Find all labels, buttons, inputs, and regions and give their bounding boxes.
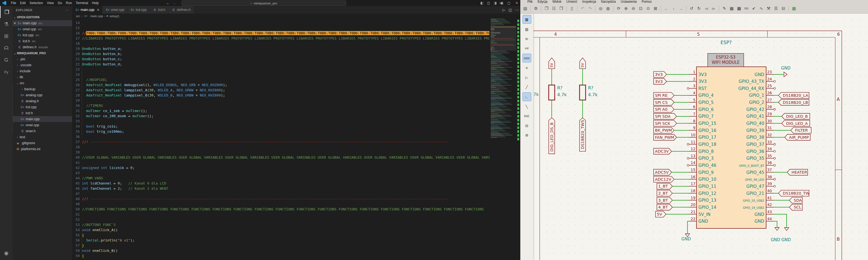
tree-item-onwi.h[interactable]: Conwi.h <box>12 128 72 134</box>
units-mm-icon[interactable]: mm <box>523 54 531 63</box>
explorer-icon[interactable]: ❐ <box>0 6 13 18</box>
paste-icon[interactable]: ▯ <box>569 5 575 12</box>
tree-item-.pio[interactable]: ›.pio <box>12 56 72 62</box>
gnd-symbol[interactable] <box>784 228 789 230</box>
kicad-menu-ustawienia[interactable]: Ustawienia <box>621 0 637 4</box>
wire[interactable] <box>774 221 777 227</box>
edit-symbol-icon[interactable]: ✎ <box>721 5 727 12</box>
save-icon[interactable]: ▤ <box>522 5 528 12</box>
simulator-icon[interactable]: ∿ <box>758 5 765 12</box>
close-button[interactable]: ✕ <box>516 1 518 5</box>
nav-left-icon[interactable]: ← <box>663 5 670 12</box>
explorer-more-icon[interactable]: ⋯ <box>66 8 69 12</box>
close-icon[interactable]: ✕ <box>97 8 99 12</box>
tab-lcd.cpp[interactable]: C+lcd.cpp <box>127 6 150 14</box>
breadcrumb-symbol[interactable]: setup() <box>110 14 119 18</box>
breadcrumb-file[interactable]: main.cpp <box>90 14 103 18</box>
zoom-objects-icon[interactable]: ⊙ <box>645 5 651 12</box>
more-actions-icon[interactable]: ⋯ <box>515 8 519 12</box>
command-center-search[interactable]: ⌕ miniquarium_pro <box>182 1 346 6</box>
tree-item-analog.h[interactable]: Canalog.h <box>12 98 72 104</box>
tree-item-.gitignore[interactable]: ◈.gitignore <box>12 140 72 146</box>
nav-up-icon[interactable]: ↑ <box>670 5 677 12</box>
tree-item-platformio.ini[interactable]: ᗣplatformio.ini <box>12 146 72 152</box>
breadcrumb[interactable]: src › C+ main.cpp › ❖ setup() <box>72 14 520 18</box>
gnd-symbol[interactable] <box>784 72 787 77</box>
kicad-menu-inspekcja[interactable]: Inspekcja <box>582 0 596 4</box>
rotate-cw-icon[interactable]: ↻ <box>696 5 702 12</box>
free-angle-wires-icon[interactable]: ╱ <box>523 83 531 91</box>
grid-hidden-icon[interactable]: ▨ <box>523 25 531 33</box>
esp32-module-body[interactable] <box>696 67 766 228</box>
open-pcb-icon[interactable]: ▩ <box>791 5 797 12</box>
nav-right-icon[interactable]: → <box>678 5 684 12</box>
overview-ruler[interactable] <box>516 18 520 260</box>
open-editor-onwi.cpp[interactable]: C+onwi.cppsrc <box>12 26 72 32</box>
open-editor-defines.h[interactable]: Cdefines.hinclude <box>12 44 72 50</box>
tree-item-lcd.h[interactable]: Clcd.h <box>12 110 72 116</box>
kicad-menu-narzędzia[interactable]: Narzędzia <box>601 0 616 4</box>
kicad-menu-edycja[interactable]: Edycja <box>537 0 547 4</box>
hierarchy-navigator-icon[interactable]: ⊟ <box>523 121 531 130</box>
tab-defines.h[interactable]: Cdefines.h <box>168 6 194 14</box>
zoom-out-icon[interactable]: ⊖ <box>630 5 637 12</box>
tree-item-lib[interactable]: ›lib <box>12 74 72 80</box>
plot-icon[interactable]: ❒ <box>558 5 564 12</box>
gitlens-icon[interactable]: G <box>0 54 12 66</box>
open-editor-lcd.h[interactable]: Clcd.hsrc <box>12 38 72 44</box>
fields-table-icon[interactable]: ☰ <box>773 5 779 12</box>
properties-panel-icon[interactable]: ⚙ <box>523 131 531 139</box>
edit-fields-icon[interactable]: ▩ <box>736 5 742 12</box>
crosshair-cursor-icon[interactable]: ✛ <box>523 64 531 72</box>
wire[interactable] <box>774 214 786 227</box>
extensions-icon[interactable]: ⊞ <box>0 30 12 42</box>
symbol-settings-icon[interactable]: ⚙ <box>533 5 539 12</box>
find-replace-icon[interactable]: ◍ <box>605 5 611 12</box>
find-icon[interactable]: ◎ <box>597 5 604 12</box>
annotate-icon[interactable]: R# <box>743 5 750 12</box>
menu-terminal[interactable]: Terminal <box>74 0 90 6</box>
menu-edit[interactable]: Edit <box>18 0 28 6</box>
toggle-panel-icon[interactable]: ◧ <box>480 1 484 5</box>
menu-go[interactable]: Go <box>56 0 64 6</box>
open-editor-main.cpp[interactable]: ✕C+main.cppsrc <box>12 20 72 26</box>
tree-item-main.cpp[interactable]: C+main.cpp <box>12 116 72 122</box>
rotate-ccw-icon[interactable]: ↺ <box>688 5 695 12</box>
redo-icon[interactable]: ↷ <box>587 5 593 12</box>
symbol-library-icon[interactable]: ▦ <box>728 5 735 12</box>
open-editors-header[interactable]: ⌄OPEN EDITORS <box>12 14 72 20</box>
tree-item-test[interactable]: ›test <box>12 134 72 140</box>
assign-footprints-icon[interactable]: ⚒ <box>765 5 772 12</box>
zoom-fit-icon[interactable]: ⊡ <box>638 5 644 12</box>
nav-back-icon[interactable]: ← <box>166 1 169 5</box>
hidden-pins-icon[interactable]: ▷ <box>523 73 531 81</box>
split-editor-icon[interactable]: ◫ <box>508 8 512 12</box>
zoom-selection-icon[interactable]: ⊠ <box>652 5 659 12</box>
nav-forward-icon[interactable]: → <box>172 1 176 5</box>
code-editor[interactable]: 1415161718192021222324252627282930313233… <box>72 18 520 260</box>
tab-main.cpp[interactable]: C+main.cpp✕ <box>72 6 102 14</box>
new-sheet-icon[interactable]: ❐ <box>543 5 550 12</box>
menu-file[interactable]: File <box>9 0 18 6</box>
refresh-icon[interactable]: ⟳ <box>615 5 622 12</box>
minimap[interactable] <box>490 18 516 260</box>
wire[interactable] <box>687 221 689 233</box>
tree-item-analog.cpp[interactable]: C+analog.cpp <box>12 92 72 98</box>
tab-onwi.cpp[interactable]: C+onwi.cpp <box>102 6 127 14</box>
tree-item-lcd.cpp[interactable]: C+lcd.cpp <box>12 104 72 110</box>
open-editor-lcd.cpp[interactable]: C+lcd.cppsrc <box>12 32 72 38</box>
angle-45-wires-icon[interactable]: ╲ <box>523 103 531 111</box>
minimize-button[interactable]: — <box>499 1 502 5</box>
tab-lcd.h[interactable]: Clcd.h <box>150 6 168 14</box>
maximize-button[interactable]: ▢ <box>507 1 510 5</box>
hv-wires-icon[interactable]: ∟ <box>523 92 531 101</box>
gnd-symbol[interactable] <box>775 228 779 230</box>
print-icon[interactable]: ☷ <box>551 5 557 12</box>
kicad-menu-plik[interactable]: Plik <box>527 0 533 4</box>
kicad-menu-widok[interactable]: Widok <box>552 0 561 4</box>
menu-view[interactable]: View <box>45 0 56 6</box>
units-mils-icon[interactable]: mil <box>523 44 531 52</box>
kicad-menu-pomoc[interactable]: Pomoc <box>642 0 652 4</box>
menu-run[interactable]: Run <box>64 0 74 6</box>
mirror-v-icon[interactable]: ▻ <box>710 5 717 12</box>
